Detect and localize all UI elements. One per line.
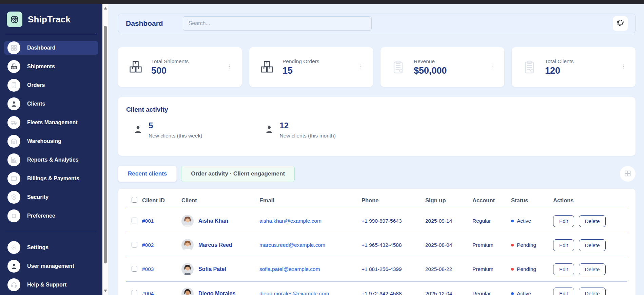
client-account-type: Premium [472,266,511,272]
row-checkbox[interactable] [132,266,137,272]
page-title: Dashboard [126,19,163,27]
tab-recent-clients[interactable]: Recent clients [118,166,177,182]
edit-button[interactable]: Edit [553,263,574,275]
status-dot-icon [511,292,514,295]
sidebar-item-preference[interactable]: Preference [4,209,98,223]
brand-name: ShipTrack [28,14,71,25]
stat-kebab-menu-icon[interactable] [225,62,234,72]
stat-card-revenue: Revenue$50,000 [380,47,504,87]
person-icon [7,97,20,110]
delete-button[interactable]: Delete [579,215,606,227]
sidebar-item-user-management[interactable]: User management [4,259,98,273]
brand: ShipTrack [7,10,96,29]
sidebar-scrollbar[interactable] [102,4,108,295]
client-email: marcus.reed@example.com [259,242,362,248]
status-label: Pending [517,266,536,272]
scrollbar-up-arrow-icon[interactable] [104,7,107,10]
metric-label: New clients (this month) [280,133,336,139]
sidebar-item-reports-analytics[interactable]: Reports & Analytics [4,153,98,167]
client-phone: +1 965-432-4588 [362,242,425,248]
sidebar-item-warehousing[interactable]: Warehousing [4,134,98,148]
activity-metric: 12New clients (this month) [264,121,336,139]
sidebar-item-orders[interactable]: Orders [4,78,98,92]
metric-label: New clients (this week) [149,133,202,139]
chart-icon [7,153,20,166]
stat-value: 15 [282,66,319,76]
stat-label: Pending Orders [282,58,319,64]
status-badge: Active [511,291,553,295]
search-input[interactable] [183,16,372,31]
client-activity-metrics: 5New clients (this week)12New clients (t… [126,121,627,139]
sidebar-item-dashboard[interactable]: Dashboard [4,41,98,55]
stat-kebab-menu-icon[interactable] [487,62,497,72]
table-row: #001Aisha Khanaisha.khan@example.com+1 9… [126,209,627,233]
tabs-row: Recent clientsOrder activity · Client en… [118,166,636,182]
document-icon [7,79,20,92]
sidebar-item-clients[interactable]: Clients [4,97,98,111]
column-header-sign-up: Sign up [425,197,472,204]
client-id: #001 [142,218,181,224]
status-dot-icon [511,244,514,246]
client-name: Diego Morales [198,291,235,295]
sidebar-item-fleets-management[interactable]: Fleets Management [4,116,98,129]
avatar [181,215,194,227]
sidebar-item-shipments[interactable]: Shipments [4,60,98,73]
stat-kebab-menu-icon[interactable] [356,62,366,72]
client-phone: +1 972-342-4588 [362,291,425,295]
column-header-phone: Phone [362,197,425,204]
clipboard-icon [521,59,538,75]
row-checkbox[interactable] [132,242,137,247]
client-name: Sofia Patel [198,266,226,272]
delete-button[interactable]: Delete [579,263,606,275]
stat-value: 120 [545,66,573,76]
stat-value: $50,000 [414,66,447,76]
sidebar-item-security[interactable]: Security [4,190,98,204]
edit-button[interactable]: Edit [553,215,574,227]
sidebar: ShipTrack DashboardShipmentsOrdersClient… [0,4,102,295]
select-all-checkbox[interactable] [132,197,137,203]
stat-value: 500 [151,66,189,76]
client-email: diego.morales@example.com [259,291,362,295]
tab-order-activity-client-engageme[interactable]: Order activity · Client engagement [181,166,295,182]
sidebar-item-help-support[interactable]: Help & Support [4,278,98,292]
delete-button[interactable]: Delete [579,239,606,251]
person-icon [133,121,143,139]
stats-row: Total Shipments500Pending Orders15Revenu… [118,47,636,87]
grid-icon [7,41,20,54]
row-checkbox[interactable] [132,218,137,223]
column-header-email: Email [259,197,362,204]
headset-icon [7,278,20,291]
stat-card-total-clients: Total Clients120 [512,47,636,87]
sidebar-divider [5,34,97,34]
column-header-account: Account [472,197,511,204]
row-checkbox[interactable] [132,290,137,295]
client-signup-date: 2025-08-22 [425,266,472,272]
person-icon [264,121,274,139]
sidebar-nav-main: DashboardShipmentsOrdersClientsFleets Ma… [7,41,96,223]
scrollbar-thumb[interactable] [104,26,107,263]
delete-button[interactable]: Delete [579,288,606,295]
notifications-button[interactable] [613,16,628,31]
edit-button[interactable]: Edit [553,288,574,295]
sidebar-item-settings[interactable]: Settings [4,241,98,254]
column-header-client: Client [181,197,259,204]
client-id: #004 [142,291,181,295]
sidebar-item-billings-payments[interactable]: Billings & Payments [4,172,98,185]
clients-table-card: Client IDClientEmailPhoneSign upAccountS… [118,189,636,295]
truck-icon [7,116,20,129]
column-header-client-id: Client ID [142,197,181,204]
status-dot-icon [511,220,514,222]
client-signup-date: 2025-08-04 [425,242,472,248]
stat-label: Total Shipments [151,58,189,64]
client-name: Marcus Reed [198,242,232,248]
square-icon [7,209,20,222]
packages-icon [258,59,276,75]
avatar [181,263,194,275]
layout-grid-button[interactable] [620,166,636,182]
scrollbar-down-arrow-icon[interactable] [104,290,107,292]
edit-button[interactable]: Edit [553,239,574,251]
stat-kebab-menu-icon[interactable] [619,62,628,72]
shield-icon [7,191,20,204]
avatar [181,288,194,295]
client-email: aisha.khan@example.com [259,218,362,224]
